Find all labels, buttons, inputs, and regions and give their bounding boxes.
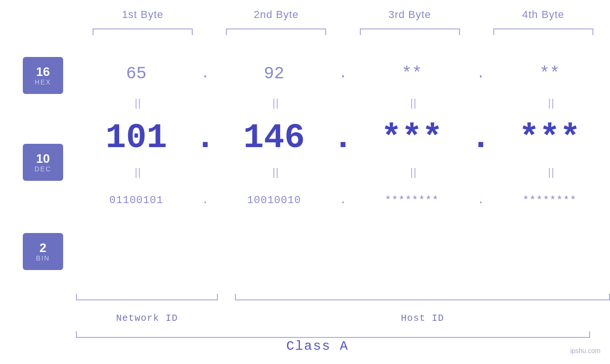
bin-byte4-cell: ******** <box>489 195 610 206</box>
hex-byte4-val: ** <box>539 64 560 84</box>
dec-byte2-val: 146 <box>244 119 305 158</box>
bin-byte4-val: ******** <box>523 195 577 206</box>
bin-dot2: . <box>335 195 352 206</box>
bin-badge-num: 2 <box>39 241 46 255</box>
hex-row: 65 . 92 . ** . ** <box>76 52 610 95</box>
hex-byte1-cell: 65 <box>76 64 197 84</box>
bin-byte2-cell: 10010010 <box>214 195 334 206</box>
bin-byte3-val: ******** <box>385 195 439 206</box>
eq2-byte1: || <box>76 167 197 179</box>
byte1-header: 1st Byte <box>76 9 209 21</box>
hex-byte3-cell: ** <box>352 64 472 84</box>
eq2-byte3: || <box>352 167 472 179</box>
eq1-byte2: || <box>214 98 334 110</box>
byte2-header: 2nd Byte <box>209 9 343 21</box>
dec-badge-label: DEC <box>35 165 52 173</box>
class-label: Class A <box>286 339 349 354</box>
hex-badge-label: HEX <box>35 78 51 86</box>
bin-byte2-val: 10010010 <box>247 195 301 206</box>
bottom-brackets <box>76 294 610 302</box>
dec-byte1-val: 101 <box>105 119 167 158</box>
hex-byte1-val: 65 <box>126 64 147 84</box>
bracket-top-2 <box>226 28 326 35</box>
dec-byte3-val: *** <box>381 119 443 158</box>
labels-column: 16 HEX 10 DEC 2 BIN <box>0 57 64 270</box>
full-bottom-bracket <box>76 331 590 338</box>
bin-byte1-cell: 01100101 <box>76 195 197 206</box>
bin-row: 01100101 . 10010010 . ******** . *******… <box>76 181 610 219</box>
bin-badge-label: BIN <box>36 254 50 262</box>
hex-dot3: . <box>472 66 489 81</box>
equals-row-2: || || || || <box>76 164 610 181</box>
hex-byte2-cell: 92 <box>214 64 334 84</box>
top-brackets <box>0 21 610 35</box>
dec-row: 101 . 146 . *** . *** <box>76 112 610 164</box>
dec-byte1-cell: 101 <box>76 119 197 158</box>
bracket-cell-4 <box>477 28 610 35</box>
bracket-top-1 <box>93 28 193 35</box>
hex-badge-num: 16 <box>36 65 50 79</box>
rows-area: 65 . 92 . ** . ** || || || || <box>76 52 610 219</box>
dec-byte4-val: *** <box>519 119 581 158</box>
bracket-top-4 <box>493 28 593 35</box>
dec-byte2-cell: 146 <box>214 119 334 158</box>
bin-dot1: . <box>197 195 214 206</box>
eq1-byte3: || <box>352 98 472 110</box>
watermark: ipshu.com <box>570 347 601 355</box>
dec-dot2: . <box>335 119 352 158</box>
network-id-label: Network ID <box>76 313 218 324</box>
hex-dot1: . <box>197 66 214 81</box>
bin-byte3-cell: ******** <box>352 195 472 206</box>
byte4-header: 4th Byte <box>477 9 610 21</box>
bin-badge: 2 BIN <box>23 233 63 270</box>
network-bracket <box>76 294 218 300</box>
hex-badge: 16 HEX <box>23 57 63 94</box>
dec-dot3: . <box>472 119 489 158</box>
eq2-byte2: || <box>214 167 334 179</box>
byte-headers-row: 1st Byte 2nd Byte 3rd Byte 4th Byte <box>0 0 610 21</box>
host-id-label: Host ID <box>235 313 610 324</box>
dec-dot1: . <box>197 119 214 158</box>
hex-byte3-val: ** <box>402 64 422 84</box>
bracket-cell-3 <box>343 28 477 35</box>
bracket-top-3 <box>360 28 460 35</box>
bracket-cell-1 <box>76 28 209 35</box>
bin-byte1-val: 01100101 <box>109 195 163 206</box>
dec-badge-num: 10 <box>36 152 50 166</box>
byte3-header: 3rd Byte <box>343 9 477 21</box>
eq2-byte4: || <box>489 167 610 179</box>
eq1-byte4: || <box>489 98 610 110</box>
hex-byte2-val: 92 <box>264 64 284 84</box>
id-labels-row: Network ID Host ID <box>76 313 610 324</box>
hex-byte4-cell: ** <box>489 64 610 84</box>
dec-badge: 10 DEC <box>23 144 63 181</box>
equals-row-1: || || || || <box>76 95 610 112</box>
bracket-cell-2 <box>209 28 343 35</box>
dec-byte4-cell: *** <box>489 119 610 158</box>
dec-byte3-cell: *** <box>352 119 472 158</box>
hex-dot2: . <box>335 66 352 81</box>
host-bracket <box>235 294 610 300</box>
main-container: 1st Byte 2nd Byte 3rd Byte 4th Byte 16 H… <box>0 0 610 364</box>
bin-dot3: . <box>472 195 489 206</box>
eq1-byte1: || <box>76 98 197 110</box>
